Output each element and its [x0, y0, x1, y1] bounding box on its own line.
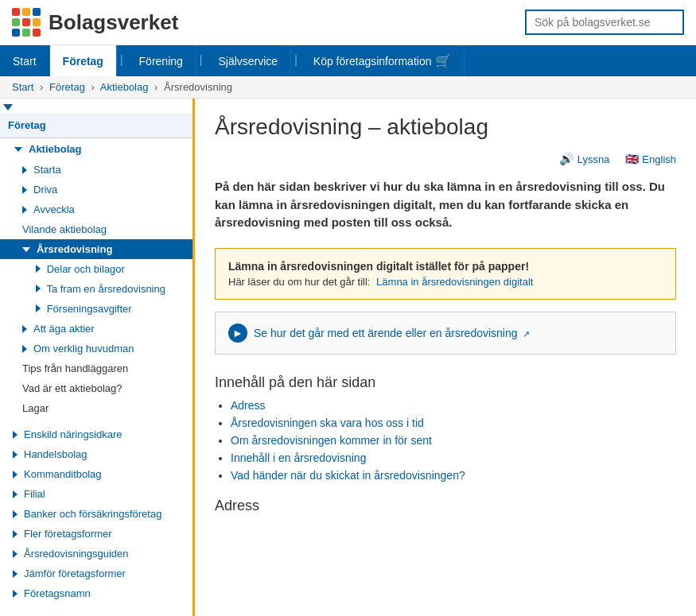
sidebar-item-banker[interactable]: Banker och försäkringsföretag — [0, 504, 192, 524]
sidebar-aga-aktier-label: Att äga aktier — [33, 323, 95, 335]
sidebar-banker-label: Banker och försäkringsföretag — [24, 508, 161, 520]
arsredovisning-expand-icon — [22, 247, 30, 252]
toc-item-2: Om årsredovisningen kommer in för sent — [231, 434, 676, 447]
sidebar-aktiebolag-label: Aktiebolag — [29, 143, 81, 155]
svg-rect-8 — [33, 29, 41, 37]
avveckla-arrow-icon — [22, 206, 27, 214]
sidebar-item-vilande[interactable]: Vilande aktiebolag — [0, 219, 192, 239]
arsguiden-arrow-icon — [13, 550, 17, 558]
sidebar-item-aga-aktier[interactable]: Att äga aktier — [0, 319, 192, 339]
breadcrumb: Start › Företag › Aktiebolag › Årsredovi… — [0, 76, 696, 99]
sidebar-filial-label: Filial — [24, 488, 45, 500]
toc-link-4[interactable]: Vad händer när du skickat in årsredovisn… — [231, 469, 465, 482]
nav-divider-3: | — [291, 45, 301, 76]
sidebar-item-starta[interactable]: Starta — [0, 160, 192, 180]
address-section: Adress — [215, 498, 676, 514]
content-area: Årsredovisning – aktiebolag 🔊 Lyssna 🇬🇧 … — [195, 99, 696, 616]
sidebar-item-vad-ar[interactable]: Vad är ett aktiebolag? — [0, 378, 192, 398]
svg-rect-7 — [22, 29, 30, 37]
toc-item-0: Adress — [231, 399, 676, 412]
svg-rect-2 — [33, 8, 41, 16]
breadcrumb-foretag[interactable]: Företag — [49, 81, 85, 93]
sidebar-item-jamfor[interactable]: Jämför företagsformer — [0, 564, 192, 583]
sidebar-kommanditbolag-label: Kommanditbolag — [24, 468, 102, 480]
main-nav: Start Företag | Förening | Självservice … — [0, 45, 696, 76]
sidebar-item-tips[interactable]: Tips från handläggaren — [0, 358, 192, 378]
nav-divider-1: | — [117, 45, 126, 76]
sidebar-item-filial[interactable]: Filial — [0, 484, 192, 504]
sidebar-aktiebolag-header[interactable]: Aktiebolag — [0, 138, 192, 160]
english-flag-icon: 🇬🇧 — [625, 153, 639, 165]
toc-item-1: Årsredovisningen ska vara hos oss i tid — [231, 416, 676, 429]
sidebar-vilande-label: Vilande aktiebolag — [22, 223, 107, 235]
sidebar-item-om-verklig[interactable]: Om verklig huvudman — [0, 339, 192, 358]
driva-arrow-icon — [22, 186, 27, 194]
svg-rect-5 — [33, 18, 41, 26]
toc-link-3[interactable]: Innehåll i en årsredovisning — [231, 451, 366, 464]
nav-kop-foretagsinformation[interactable]: Köp företagsinformation 🛒 — [301, 45, 465, 76]
sidebar-forseningsavgifter-label: Förseningsavgifter — [47, 303, 132, 315]
english-label: English — [642, 153, 676, 165]
sidebar-collapse-icon — [3, 104, 13, 110]
listen-label: Lyssna — [577, 153, 610, 165]
sidebar-item-forseningsavgifter[interactable]: Förseningsavgifter — [0, 299, 192, 319]
page-title: Årsredovisning – aktiebolag — [215, 114, 676, 140]
sidebar-item-fler[interactable]: Fler företagsformer — [0, 524, 192, 544]
info-box-text: Här läser du om hur det går till: Lämna … — [228, 276, 663, 288]
sidebar-enskild-label: Enskild näringsidkare — [24, 428, 122, 440]
toc-link-2[interactable]: Om årsredovisningen kommer in för sent — [231, 434, 432, 447]
sidebar-foretagsnamn-label: Företagsnamn — [24, 587, 91, 599]
nav-start[interactable]: Start — [0, 45, 50, 76]
sidebar-item-arsredovisningsguiden[interactable]: Årsredovisningsguiden — [0, 544, 192, 564]
sidebar-item-enskild[interactable]: Enskild näringsidkare — [0, 424, 192, 444]
sidebar-foretag-label: Företag — [8, 119, 46, 131]
svg-rect-1 — [22, 8, 30, 16]
sidebar-item-arsredovisning[interactable]: Årsredovisning — [0, 239, 192, 259]
sidebar-item-avveckla[interactable]: Avveckla — [0, 200, 192, 219]
info-box-title: Lämna in årsredovisningen digitalt istäl… — [228, 260, 663, 273]
breadcrumb-aktiebolag[interactable]: Aktiebolag — [100, 81, 149, 93]
sidebar: Företag Aktiebolag Starta Driva Avveckla… — [0, 99, 195, 616]
toc-item-4: Vad händer när du skickat in årsredovisn… — [231, 469, 676, 482]
sidebar-lagar-label: Lagar — [22, 402, 49, 414]
breadcrumb-start[interactable]: Start — [12, 81, 33, 93]
jamfor-arrow-icon — [13, 570, 17, 578]
sidebar-item-delar-bilagor[interactable]: Delar och bilagor — [0, 259, 192, 279]
info-box-prefix: Här läser du om hur det går till: — [228, 276, 370, 288]
nav-kop-label: Köp företagsinformation — [313, 55, 432, 68]
logo-area: Bolagsverket — [12, 8, 178, 37]
sidebar-vad-ar-label: Vad är ett aktiebolag? — [22, 382, 122, 394]
sidebar-ta-fram-label: Ta fram en årsredovisning — [46, 283, 165, 295]
nav-foretag[interactable]: Företag — [50, 45, 117, 76]
main-layout: Företag Aktiebolag Starta Driva Avveckla… — [0, 99, 696, 616]
aga-aktier-arrow-icon — [22, 325, 27, 333]
sidebar-om-verklig-label: Om verklig huvudman — [33, 343, 134, 354]
sidebar-item-ta-fram[interactable]: Ta fram en årsredovisning — [0, 279, 192, 299]
toc-section: Innehåll på den här sidan Adress Årsredo… — [215, 374, 676, 482]
track-arrow-icon: ► — [228, 323, 247, 343]
aktiebolag-expand-icon — [14, 147, 22, 152]
cart-icon: 🛒 — [435, 53, 451, 68]
om-verklig-arrow-icon — [22, 345, 27, 353]
sidebar-item-foretagsnamn[interactable]: Företagsnamn — [0, 583, 192, 603]
nav-sjalvservice[interactable]: Självservice — [205, 45, 291, 76]
toc-link-0[interactable]: Adress — [231, 399, 266, 412]
sidebar-item-kommanditbolag[interactable]: Kommanditbolag — [0, 464, 192, 484]
sidebar-item-driva[interactable]: Driva — [0, 180, 192, 200]
svg-rect-4 — [22, 18, 30, 26]
fler-arrow-icon — [13, 530, 17, 538]
nav-forening[interactable]: Förening — [126, 45, 196, 76]
track-box: ► Se hur det går med ett ärende eller en… — [215, 312, 676, 354]
logo-text: Bolagsverket — [49, 10, 178, 35]
sidebar-item-lagar[interactable]: Lagar — [0, 398, 192, 418]
sidebar-item-handelsbolag[interactable]: Handelsbolag — [0, 444, 192, 464]
enskild-arrow-icon — [13, 431, 17, 439]
track-link[interactable]: Se hur det går med ett ärende eller en å… — [254, 327, 530, 339]
sidebar-foretag-header[interactable]: Företag — [0, 113, 192, 138]
search-input[interactable] — [525, 10, 684, 35]
info-box-link[interactable]: Lämna in årsredovisningen digitalt — [376, 276, 533, 288]
toc-link-1[interactable]: Årsredovisningen ska vara hos oss i tid — [231, 416, 424, 429]
listen-link[interactable]: 🔊 Lyssna — [559, 152, 610, 166]
english-link[interactable]: 🇬🇧 English — [625, 152, 676, 166]
intro-text: På den här sidan beskriver vi hur du ska… — [215, 178, 676, 232]
